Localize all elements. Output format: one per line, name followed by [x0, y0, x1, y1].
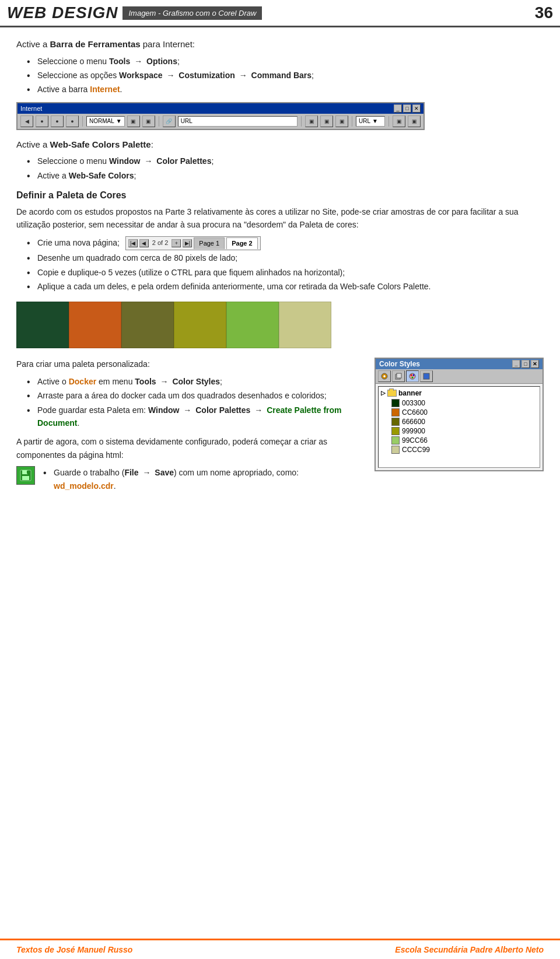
- color-swatch-cccc99: [391, 446, 400, 454]
- docker-palette-btn[interactable]: [406, 370, 419, 382]
- docker-title-label: Color Styles: [379, 360, 420, 368]
- swatch-5: [226, 302, 279, 348]
- svg-point-10: [412, 376, 414, 378]
- svg-rect-3: [27, 471, 28, 474]
- toolbar-normal-dropdown[interactable]: NORMAL ▼: [86, 116, 125, 127]
- section5-para: A partir de agora, com o sistema devidam…: [16, 435, 363, 461]
- section1-intro: Active a Barra de Ferramentas para Inter…: [16, 38, 544, 51]
- toolbar-icon-btn5[interactable]: ▣: [408, 116, 421, 127]
- section2-intro: Active a Web-Safe Colors Palette:: [16, 138, 544, 152]
- bullet-workspace: Seleccione as opções Workspace → Costumi…: [27, 69, 544, 82]
- docker-blue-square-btn[interactable]: [420, 370, 433, 382]
- toolbar-back-btn[interactable]: ◀: [20, 116, 33, 127]
- svg-point-8: [411, 374, 412, 376]
- svg-point-9: [413, 374, 415, 376]
- arrow-icon-1: →: [134, 57, 142, 66]
- section3-bullets: Crie uma nova página; |◀ ◀ 2 of 2 + ▶| P…: [27, 236, 544, 293]
- docker-color-item-2[interactable]: CC6600: [390, 408, 538, 417]
- page-tab-2[interactable]: Page 2: [226, 237, 257, 250]
- page-tab-1[interactable]: Page 1: [194, 237, 225, 250]
- docker-color-item-4[interactable]: 999900: [390, 426, 538, 436]
- section1-bold1: Barra de Ferramentas: [50, 39, 141, 49]
- docker-color-item-1[interactable]: 003300: [390, 398, 538, 408]
- swatch-1: [16, 302, 69, 348]
- toolbar-icon-btn2[interactable]: ▣: [320, 116, 333, 127]
- toolbar-nav-btn3[interactable]: ●: [66, 116, 79, 127]
- color-swatches-row: [16, 302, 544, 348]
- save-bullet-list: Guarde o trabalho (File → Save) com um n…: [43, 466, 363, 494]
- docker-minimize-btn[interactable]: _: [512, 360, 520, 368]
- page-subtitle: Imagem - Grafismo com o Corel Draw: [123, 6, 262, 20]
- section1-bullets: Seleccione o menu Tools → Options; Selec…: [27, 55, 544, 96]
- toolbar-separator2: [159, 116, 159, 127]
- bullet-arraste-docker: Arraste para a área do docker cada um do…: [27, 389, 363, 402]
- docker-folder-banner[interactable]: ▷ banner: [380, 388, 538, 398]
- toolbar-separator3: [301, 116, 302, 127]
- docker-color-item-3[interactable]: 666600: [390, 417, 538, 426]
- toolbar-minimize-btn[interactable]: _: [394, 104, 402, 113]
- color-label-cccc99: CCCC99: [402, 446, 430, 454]
- toolbar-nav-btn1[interactable]: ●: [36, 116, 48, 127]
- docker-color-item-6[interactable]: CCCC99: [390, 445, 538, 454]
- toolbar-btn-extra2[interactable]: ▣: [142, 116, 155, 127]
- docker-new-btn[interactable]: [378, 370, 391, 382]
- arrow-icon-3: →: [239, 71, 247, 80]
- docker-close-btn[interactable]: ✕: [531, 360, 539, 368]
- page-add-btn[interactable]: +: [172, 239, 181, 247]
- docker-copy-btn[interactable]: [392, 370, 405, 382]
- page-first-btn[interactable]: |◀: [128, 239, 138, 247]
- toolbar-window-buttons: _ □ ✕: [394, 104, 421, 113]
- toolbar-icon-btn1[interactable]: ▣: [305, 116, 318, 127]
- header-left: WEB DESIGN Imagem - Grafismo com o Corel…: [7, 4, 262, 22]
- toolbar-url-dropdown[interactable]: URL ▼: [356, 116, 385, 127]
- page-number: 36: [535, 4, 553, 22]
- color-label-999900: 999900: [402, 427, 425, 435]
- bullet-guardar-paleta: Pode guardar esta Paleta em: Window → Co…: [27, 404, 363, 430]
- toolbar-close-btn[interactable]: ✕: [412, 104, 421, 113]
- bullet-copie-duplique: Copie e duplique-o 5 vezes (utilize o CT…: [27, 266, 544, 279]
- svg-rect-1: [22, 470, 27, 474]
- bullet-docker-tools: Active o Docker em menu Tools → Color St…: [27, 375, 363, 388]
- svg-rect-2: [22, 476, 29, 480]
- toolbar-separator5: [388, 116, 389, 127]
- docker-panel: Color Styles _ □ ✕: [374, 358, 544, 471]
- toolbar-url-field[interactable]: URL: [178, 116, 298, 127]
- color-swatch-666600: [391, 418, 400, 426]
- toolbar-title-label: Internet: [20, 105, 42, 112]
- swatch-2: [69, 302, 121, 348]
- toolbar-nav-btn2[interactable]: ●: [51, 116, 64, 127]
- footer-school: Escola Secundária Padre Alberto Neto: [395, 945, 544, 954]
- bullet-nova-pagina: Crie uma nova página; |◀ ◀ 2 of 2 + ▶| P…: [27, 236, 544, 251]
- save-icon: [16, 466, 35, 485]
- docker-maximize-btn[interactable]: □: [522, 360, 530, 368]
- footer-author: Textos de José Manuel Russo: [16, 945, 132, 954]
- page-next-btn[interactable]: ▶|: [183, 239, 192, 247]
- arrow-icon-6: →: [183, 405, 191, 415]
- arrow-icon-5: →: [160, 377, 169, 386]
- toolbar-maximize-btn[interactable]: □: [403, 104, 411, 113]
- page-footer: Textos de José Manuel Russo Escola Secun…: [0, 939, 560, 959]
- page-prev-btn[interactable]: ◀: [139, 239, 149, 247]
- internet-toolbar-screenshot: Internet _ □ ✕ ◀ ● ● ● NORMAL ▼ ▣ ▣ 🔗 UR…: [16, 102, 425, 130]
- bottom-layout: Para criar uma paleta personalizada: Act…: [16, 358, 544, 498]
- toolbar-icon-btn4[interactable]: ▣: [393, 116, 405, 127]
- dropdown-arrow-icon: ▼: [116, 118, 122, 124]
- section3-para: De acordo com os estudos propostos na Pa…: [16, 205, 544, 232]
- arrow-icon-7: →: [254, 405, 262, 415]
- folder-label: banner: [398, 389, 422, 397]
- bullet-save-file: Guarde o trabalho (File → Save) com um n…: [43, 466, 363, 492]
- arrow-icon-2: →: [166, 71, 174, 80]
- toolbar-url-icon[interactable]: 🔗: [163, 116, 176, 127]
- docker-color-item-5[interactable]: 99CC66: [390, 436, 538, 445]
- color-swatch-cc6600: [391, 408, 400, 416]
- docker-titlebar: Color Styles _ □ ✕: [376, 359, 542, 369]
- svg-rect-6: [397, 373, 401, 378]
- swatch-3: [121, 302, 174, 348]
- docker-content-area: ▷ banner 003300 CC6600: [378, 386, 540, 468]
- swatch-4: [174, 302, 226, 348]
- folder-icon: [387, 390, 397, 397]
- toolbar-separator4: [352, 116, 352, 127]
- toolbar-btn-extra1[interactable]: ▣: [127, 116, 140, 127]
- main-content: Active a Barra de Ferramentas para Inter…: [0, 27, 560, 503]
- toolbar-icon-btn3[interactable]: ▣: [335, 116, 348, 127]
